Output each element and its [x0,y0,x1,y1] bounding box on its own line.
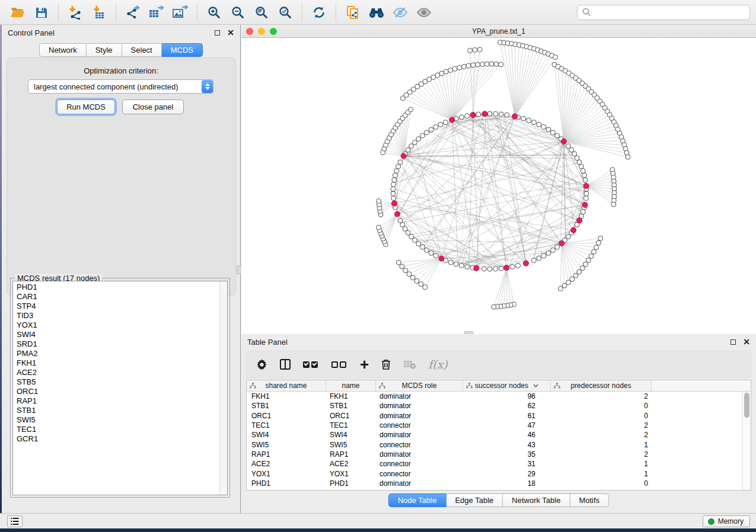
network-node[interactable] [550,248,555,252]
network-node[interactable] [481,267,486,271]
tab-node-table[interactable]: Node Table [388,493,446,507]
zoom-out-icon[interactable] [226,2,250,23]
network-node[interactable] [541,254,546,258]
network-leaf-node[interactable] [473,47,477,52]
network-node[interactable] [425,130,429,135]
network-leaf-node[interactable] [400,264,404,269]
columns-icon[interactable] [279,355,291,373]
mcds-result-item[interactable]: ACE2 [17,368,227,377]
import-network-icon[interactable] [63,2,87,23]
network-node[interactable] [394,168,399,173]
tab-network-table[interactable]: Network Table [503,493,570,507]
tab-select[interactable]: Select [122,43,162,57]
network-leaf-node[interactable] [448,68,453,72]
mcds-result-item[interactable]: ORC1 [17,387,227,396]
network-node[interactable] [527,118,531,123]
deselect-all-icon[interactable] [331,355,348,373]
network-dominator-node[interactable] [561,139,566,144]
network-node[interactable] [416,137,421,142]
search-input[interactable] [595,8,745,17]
export-table-icon[interactable] [145,2,168,23]
network-leaf-node[interactable] [457,65,462,70]
network-node[interactable] [499,266,503,271]
mcds-result-item[interactable]: TEC1 [17,425,227,434]
mcds-result-item[interactable]: YOX1 [17,321,227,330]
column-header-name[interactable]: name [326,380,376,391]
network-node[interactable] [476,112,481,117]
mcds-result-item[interactable]: FKH1 [17,358,227,368]
network-node[interactable] [444,120,448,124]
network-leaf-node[interactable] [596,241,601,245]
network-node[interactable] [393,173,397,178]
network-leaf-node[interactable] [471,63,476,68]
mcds-result-item[interactable]: CAR1 [17,292,227,302]
network-node[interactable] [433,254,438,258]
network-dominator-node[interactable] [559,241,564,246]
network-node[interactable] [584,191,589,196]
mcds-result-item[interactable]: GCR1 [17,434,227,444]
network-node[interactable] [516,263,521,268]
network-node[interactable] [412,140,417,145]
network-leaf-node[interactable] [592,249,596,254]
network-leaf-node[interactable] [562,283,567,288]
column-header-mcds-role[interactable]: MCDS role [376,380,463,391]
zoom-in-icon[interactable] [202,2,226,23]
network-dominator-node[interactable] [395,211,400,217]
network-leaf-node[interactable] [461,64,466,69]
network-leaf-node[interactable] [598,236,603,241]
table-row[interactable]: PHD1PHD1dominator180 [247,479,742,488]
network-node[interactable] [425,248,429,252]
mcds-result-item[interactable]: STB5 [17,377,227,387]
table-scrollbar-thumb[interactable] [744,393,749,418]
network-node[interactable] [438,122,443,127]
network-node[interactable] [580,210,585,214]
network-node[interactable] [416,241,421,246]
network-node[interactable] [429,127,433,132]
network-canvas[interactable] [241,38,756,334]
table-row[interactable]: RAP1RAP1dominator352 [247,450,742,459]
mcds-list-scrollbar[interactable] [219,281,227,495]
console-list-button[interactable] [7,515,23,527]
network-leaf-node[interactable] [477,47,482,52]
network-node[interactable] [459,115,464,120]
float-table-panel-icon[interactable] [731,339,736,345]
tab-edge-table[interactable]: Edge Table [446,493,503,507]
table-row[interactable]: TEC1TEC1connector472 [247,421,742,430]
network-leaf-node[interactable] [377,225,381,230]
network-leaf-node[interactable] [452,66,457,71]
open-file-icon[interactable] [6,2,30,23]
close-panel-icon[interactable]: ✕ [227,30,234,36]
network-node[interactable] [391,182,396,187]
network-dominator-node[interactable] [401,153,406,159]
table-row[interactable]: YOX1YOX1connector291 [247,469,742,478]
network-leaf-node[interactable] [611,202,616,207]
tab-motifs[interactable]: Motifs [570,493,609,507]
network-leaf-node[interactable] [594,245,599,250]
network-node[interactable] [493,267,498,271]
mcds-result-item[interactable]: STB1 [17,406,227,415]
network-leaf-node[interactable] [566,280,571,285]
column-header-shared-name[interactable]: shared name [247,380,326,391]
network-node[interactable] [433,124,438,129]
tab-network[interactable]: Network [39,43,87,57]
mcds-result-item[interactable]: PMA2 [17,349,227,358]
network-dominator-node[interactable] [474,265,479,271]
network-leaf-node[interactable] [468,48,473,53]
tab-mcds[interactable]: MCDS [162,43,203,57]
mcds-result-item[interactable]: SWI5 [17,415,227,425]
network-node[interactable] [459,263,464,268]
network-leaf-node[interactable] [499,62,503,67]
network-leaf-node[interactable] [444,69,448,74]
network-leaf-node[interactable] [403,268,408,273]
network-node[interactable] [546,251,551,255]
column-header-successor-nodes[interactable]: successor nodes [463,380,551,391]
mcds-result-item[interactable]: TID3 [17,311,227,321]
network-node[interactable] [465,264,470,269]
network-dominator-node[interactable] [512,114,518,119]
table-scrollbar[interactable] [742,392,751,490]
network-dominator-node[interactable] [449,117,455,123]
table-row[interactable]: ACE2ACE2connector311 [247,459,742,469]
network-leaf-node[interactable] [580,266,585,271]
select-all-icon[interactable] [303,355,320,373]
network-node[interactable] [465,114,470,118]
